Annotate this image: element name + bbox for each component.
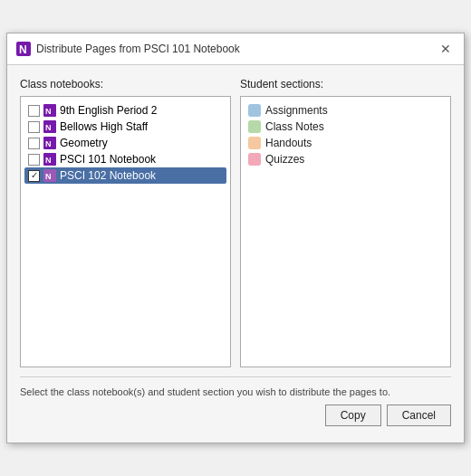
svg-text:N: N <box>45 139 52 148</box>
student-sections-panel: Student sections: Assignments Class Note… <box>240 78 451 367</box>
notebook-name-0: 9th English Period 2 <box>60 104 157 117</box>
notebook-item-3[interactable]: N PSCI 101 Notebook <box>24 151 226 167</box>
title-bar: N Distribute Pages from PSCI 101 Noteboo… <box>7 33 464 65</box>
section-name-3: Quizzes <box>265 153 304 166</box>
student-sections-list: Assignments Class Notes Handouts <box>240 96 451 367</box>
footer-actions: Copy Cancel <box>20 405 451 435</box>
title-bar-left: N Distribute Pages from PSCI 101 Noteboo… <box>16 42 240 56</box>
panels: Class notebooks: N 9th English Period 2 <box>20 78 451 367</box>
section-item-2[interactable]: Handouts <box>245 135 447 151</box>
section-name-1: Class Notes <box>265 120 324 133</box>
section-color-icon-3 <box>248 153 261 166</box>
student-sections-label: Student sections: <box>240 78 451 90</box>
notebook-name-3: PSCI 101 Notebook <box>60 153 156 166</box>
svg-text:N: N <box>45 123 52 132</box>
notebook-icon-2: N <box>43 137 56 149</box>
close-button[interactable]: ✕ <box>437 40 455 58</box>
class-notebooks-panel: Class notebooks: N 9th English Period 2 <box>20 78 231 367</box>
svg-rect-14 <box>248 137 261 149</box>
svg-text:N: N <box>19 43 27 56</box>
notebook-name-4: PSCI 102 Notebook <box>60 169 156 182</box>
notebook-name-1: Bellows High Staff <box>60 120 148 133</box>
distribute-pages-dialog: N Distribute Pages from PSCI 101 Noteboo… <box>6 33 465 443</box>
checkbox-1[interactable] <box>28 121 40 133</box>
checkbox-0[interactable] <box>28 105 40 117</box>
section-color-icon-2 <box>248 137 261 149</box>
section-item-3[interactable]: Quizzes <box>245 151 447 167</box>
svg-rect-13 <box>248 120 261 133</box>
svg-rect-15 <box>248 153 261 166</box>
svg-text:N: N <box>45 172 52 181</box>
checkbox-3[interactable] <box>28 154 40 166</box>
notebook-item-1[interactable]: N Bellows High Staff <box>24 119 226 135</box>
copy-button[interactable]: Copy <box>325 405 381 426</box>
section-name-0: Assignments <box>265 104 328 117</box>
section-item-0[interactable]: Assignments <box>245 102 447 119</box>
class-notebooks-list: N 9th English Period 2 N Bellows High St… <box>20 96 231 367</box>
dialog-title: Distribute Pages from PSCI 101 Notebook <box>36 43 240 55</box>
cancel-button[interactable]: Cancel <box>387 405 451 426</box>
checkbox-2[interactable] <box>28 138 40 149</box>
svg-text:N: N <box>45 107 52 116</box>
dialog-body: Class notebooks: N 9th English Period 2 <box>7 65 464 443</box>
section-item-1[interactable]: Class Notes <box>245 119 447 135</box>
checkbox-4[interactable]: ✓ <box>28 170 40 182</box>
svg-text:N: N <box>45 156 52 165</box>
class-notebooks-label: Class notebooks: <box>20 78 231 90</box>
notebook-item-4[interactable]: ✓ N PSCI 102 Notebook <box>24 167 226 184</box>
notebook-icon-4: N <box>43 169 56 182</box>
svg-rect-12 <box>248 104 261 117</box>
section-name-2: Handouts <box>265 137 312 149</box>
onenote-icon: N <box>16 42 31 56</box>
checkmark-4: ✓ <box>31 171 38 180</box>
footer-description: Select the class notebook(s) and student… <box>20 376 451 405</box>
notebook-item-2[interactable]: N Geometry <box>24 135 226 151</box>
notebook-icon-1: N <box>43 120 56 133</box>
section-color-icon-0 <box>248 104 261 117</box>
notebook-name-2: Geometry <box>60 137 108 149</box>
notebook-icon-0: N <box>43 104 56 117</box>
notebook-item-0[interactable]: N 9th English Period 2 <box>24 102 226 119</box>
notebook-icon-3: N <box>43 153 56 166</box>
section-color-icon-1 <box>248 120 261 133</box>
